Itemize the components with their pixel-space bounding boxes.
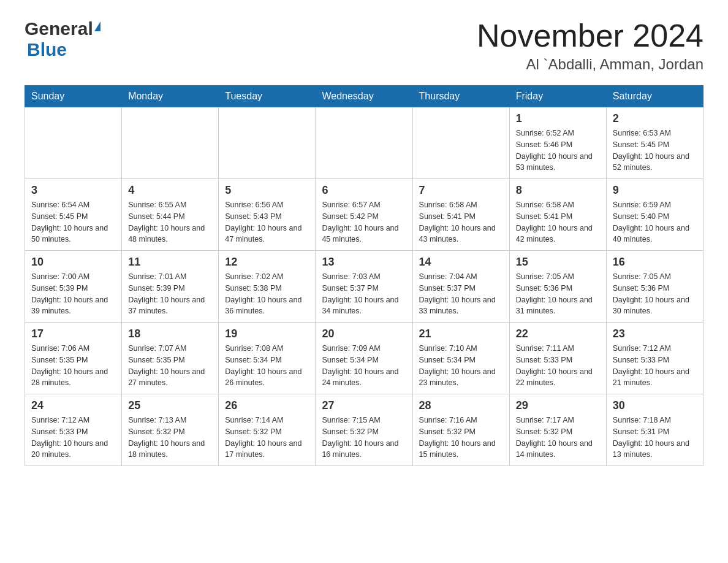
calendar-cell: 21Sunrise: 7:10 AMSunset: 5:34 PMDayligh… [412, 323, 509, 394]
calendar-table: SundayMondayTuesdayWednesdayThursdayFrid… [25, 85, 703, 466]
day-info: Sunrise: 7:14 AMSunset: 5:32 PMDaylight:… [225, 415, 309, 461]
calendar-cell: 2Sunrise: 6:53 AMSunset: 5:45 PMDaylight… [606, 107, 703, 179]
day-info: Sunrise: 7:10 AMSunset: 5:34 PMDaylight:… [419, 343, 503, 389]
day-number: 29 [516, 399, 600, 412]
calendar-title: November 2024 [477, 18, 703, 53]
calendar-cell: 25Sunrise: 7:13 AMSunset: 5:32 PMDayligh… [122, 394, 219, 466]
calendar-cell [316, 107, 412, 179]
day-number: 11 [128, 256, 212, 269]
calendar-cell: 11Sunrise: 7:01 AMSunset: 5:39 PMDayligh… [122, 251, 219, 323]
day-number: 3 [31, 184, 115, 197]
calendar-cell: 14Sunrise: 7:04 AMSunset: 5:37 PMDayligh… [412, 251, 509, 323]
calendar-cell: 26Sunrise: 7:14 AMSunset: 5:32 PMDayligh… [219, 394, 316, 466]
calendar-cell: 16Sunrise: 7:05 AMSunset: 5:36 PMDayligh… [606, 251, 703, 323]
day-number: 2 [613, 112, 697, 125]
day-info: Sunrise: 7:00 AMSunset: 5:39 PMDaylight:… [31, 271, 115, 317]
day-info: Sunrise: 6:59 AMSunset: 5:40 PMDaylight:… [613, 199, 697, 245]
calendar-cell: 29Sunrise: 7:17 AMSunset: 5:32 PMDayligh… [509, 394, 606, 466]
day-number: 26 [225, 399, 309, 412]
calendar-cell: 19Sunrise: 7:08 AMSunset: 5:34 PMDayligh… [219, 323, 316, 394]
calendar-cell: 7Sunrise: 6:58 AMSunset: 5:41 PMDaylight… [412, 179, 509, 251]
calendar-cell: 18Sunrise: 7:07 AMSunset: 5:35 PMDayligh… [122, 323, 219, 394]
day-info: Sunrise: 7:05 AMSunset: 5:36 PMDaylight:… [516, 271, 600, 317]
day-number: 22 [516, 327, 600, 340]
day-number: 24 [31, 399, 115, 412]
day-number: 7 [419, 184, 503, 197]
calendar-cell: 4Sunrise: 6:55 AMSunset: 5:44 PMDaylight… [122, 179, 219, 251]
day-info: Sunrise: 7:03 AMSunset: 5:37 PMDaylight:… [322, 271, 406, 317]
calendar-cell [122, 107, 219, 179]
day-number: 17 [31, 327, 115, 340]
header-friday: Friday [509, 86, 606, 107]
day-info: Sunrise: 6:58 AMSunset: 5:41 PMDaylight:… [516, 199, 600, 245]
title-section: November 2024 Al `Abdalli, Amman, Jordan [477, 18, 703, 73]
day-info: Sunrise: 7:01 AMSunset: 5:39 PMDaylight:… [128, 271, 212, 317]
day-info: Sunrise: 7:13 AMSunset: 5:32 PMDaylight:… [128, 415, 212, 461]
day-number: 6 [322, 184, 406, 197]
day-number: 25 [128, 399, 212, 412]
calendar-cell: 28Sunrise: 7:16 AMSunset: 5:32 PMDayligh… [412, 394, 509, 466]
day-info: Sunrise: 7:15 AMSunset: 5:32 PMDaylight:… [322, 415, 406, 461]
day-info: Sunrise: 7:16 AMSunset: 5:32 PMDaylight:… [419, 415, 503, 461]
header-tuesday: Tuesday [219, 86, 316, 107]
day-info: Sunrise: 7:17 AMSunset: 5:32 PMDaylight:… [516, 415, 600, 461]
calendar-cell [25, 107, 122, 179]
page-header: General Blue November 2024 Al `Abdalli, … [25, 18, 703, 73]
calendar-cell: 20Sunrise: 7:09 AMSunset: 5:34 PMDayligh… [316, 323, 412, 394]
day-number: 8 [516, 184, 600, 197]
header-thursday: Thursday [412, 86, 509, 107]
day-number: 14 [419, 256, 503, 269]
calendar-cell: 6Sunrise: 6:57 AMSunset: 5:42 PMDaylight… [316, 179, 412, 251]
day-number: 19 [225, 327, 309, 340]
header-saturday: Saturday [606, 86, 703, 107]
calendar-cell: 30Sunrise: 7:18 AMSunset: 5:31 PMDayligh… [606, 394, 703, 466]
day-number: 15 [516, 256, 600, 269]
calendar-cell: 9Sunrise: 6:59 AMSunset: 5:40 PMDaylight… [606, 179, 703, 251]
calendar-subtitle: Al `Abdalli, Amman, Jordan [477, 56, 703, 73]
calendar-cell: 1Sunrise: 6:52 AMSunset: 5:46 PMDaylight… [509, 107, 606, 179]
calendar-cell: 5Sunrise: 6:56 AMSunset: 5:43 PMDaylight… [219, 179, 316, 251]
calendar-cell: 3Sunrise: 6:54 AMSunset: 5:45 PMDaylight… [25, 179, 122, 251]
calendar-week-row: 3Sunrise: 6:54 AMSunset: 5:45 PMDaylight… [25, 179, 703, 251]
logo: General Blue [25, 18, 100, 60]
calendar-cell: 27Sunrise: 7:15 AMSunset: 5:32 PMDayligh… [316, 394, 412, 466]
day-number: 4 [128, 184, 212, 197]
day-info: Sunrise: 6:58 AMSunset: 5:41 PMDaylight:… [419, 199, 503, 245]
day-info: Sunrise: 7:05 AMSunset: 5:36 PMDaylight:… [613, 271, 697, 317]
day-info: Sunrise: 7:12 AMSunset: 5:33 PMDaylight:… [31, 415, 115, 461]
day-number: 30 [613, 399, 697, 412]
day-info: Sunrise: 6:53 AMSunset: 5:45 PMDaylight:… [613, 128, 697, 174]
calendar-cell: 13Sunrise: 7:03 AMSunset: 5:37 PMDayligh… [316, 251, 412, 323]
day-info: Sunrise: 6:55 AMSunset: 5:44 PMDaylight:… [128, 199, 212, 245]
day-number: 12 [225, 256, 309, 269]
day-info: Sunrise: 7:11 AMSunset: 5:33 PMDaylight:… [516, 343, 600, 389]
day-info: Sunrise: 7:18 AMSunset: 5:31 PMDaylight:… [613, 415, 697, 461]
day-info: Sunrise: 7:04 AMSunset: 5:37 PMDaylight:… [419, 271, 503, 317]
calendar-week-row: 10Sunrise: 7:00 AMSunset: 5:39 PMDayligh… [25, 251, 703, 323]
day-info: Sunrise: 7:06 AMSunset: 5:35 PMDaylight:… [31, 343, 115, 389]
day-info: Sunrise: 7:02 AMSunset: 5:38 PMDaylight:… [225, 271, 309, 317]
day-number: 1 [516, 112, 600, 125]
calendar-cell [412, 107, 509, 179]
day-info: Sunrise: 6:57 AMSunset: 5:42 PMDaylight:… [322, 199, 406, 245]
day-number: 10 [31, 256, 115, 269]
calendar-cell: 10Sunrise: 7:00 AMSunset: 5:39 PMDayligh… [25, 251, 122, 323]
day-number: 16 [613, 256, 697, 269]
day-number: 27 [322, 399, 406, 412]
day-info: Sunrise: 7:07 AMSunset: 5:35 PMDaylight:… [128, 343, 212, 389]
day-info: Sunrise: 6:54 AMSunset: 5:45 PMDaylight:… [31, 199, 115, 245]
calendar-week-row: 1Sunrise: 6:52 AMSunset: 5:46 PMDaylight… [25, 107, 703, 179]
calendar-cell: 22Sunrise: 7:11 AMSunset: 5:33 PMDayligh… [509, 323, 606, 394]
calendar-header-row: SundayMondayTuesdayWednesdayThursdayFrid… [25, 86, 703, 107]
day-info: Sunrise: 6:56 AMSunset: 5:43 PMDaylight:… [225, 199, 309, 245]
day-number: 21 [419, 327, 503, 340]
day-number: 9 [613, 184, 697, 197]
calendar-cell [219, 107, 316, 179]
day-info: Sunrise: 7:09 AMSunset: 5:34 PMDaylight:… [322, 343, 406, 389]
day-info: Sunrise: 7:12 AMSunset: 5:33 PMDaylight:… [613, 343, 697, 389]
day-number: 23 [613, 327, 697, 340]
day-number: 18 [128, 327, 212, 340]
day-number: 13 [322, 256, 406, 269]
calendar-cell: 24Sunrise: 7:12 AMSunset: 5:33 PMDayligh… [25, 394, 122, 466]
calendar-cell: 15Sunrise: 7:05 AMSunset: 5:36 PMDayligh… [509, 251, 606, 323]
